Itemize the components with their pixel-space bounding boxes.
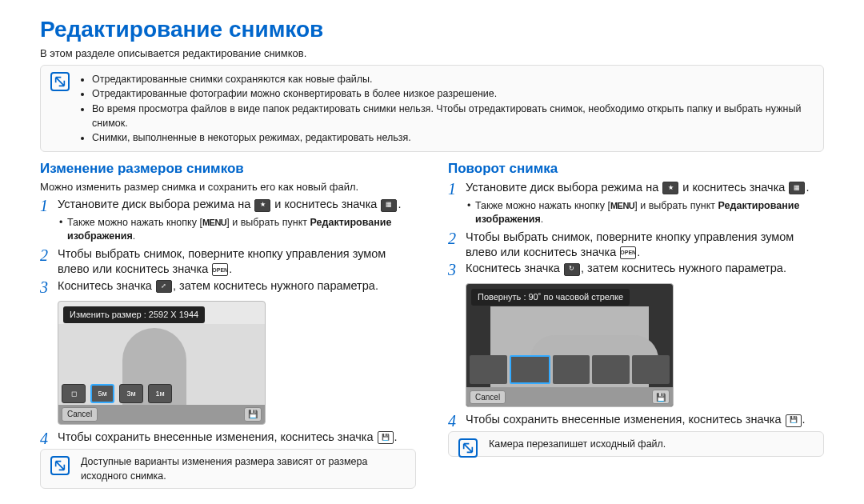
step-1: 1 Установите диск выбора режима на ★ и к… (40, 197, 416, 214)
step-3: 3 Коснитесь значка ⤢, затем коснитесь ну… (40, 278, 416, 296)
rotate-screenshot: Повернуть : 90˚ по часовой стрелке Cance… (466, 283, 674, 407)
mode-star-icon: ★ (254, 199, 270, 212)
left-column: Изменение размеров снимков Можно изменит… (40, 160, 416, 497)
thumb[interactable] (553, 355, 590, 384)
note-icon (50, 72, 70, 91)
rotate-icon: ↻ (564, 263, 580, 276)
step1-bullet: Также можно нажать кнопку [MENU] и выбра… (448, 199, 824, 226)
note-item: Отредактированные снимки сохраняются как… (92, 72, 814, 86)
right-column: Поворот снимка 1 Установите диск выбора … (448, 160, 824, 497)
note-item: Во время просмотра файлов в виде папок р… (92, 102, 814, 130)
step1-text-c: . (398, 198, 401, 210)
resize-heading: Изменение размеров снимков (40, 160, 416, 178)
thumb[interactable] (632, 355, 670, 384)
resize-icon: ⤢ (156, 280, 172, 293)
picture-icon: ▦ (789, 182, 805, 194)
step-1: 1 Установите диск выбора режима на ★ и к… (448, 180, 824, 198)
right-bottom-note: Камера перезапишет исходный файл. (448, 431, 824, 457)
note-item: Отредактированные фотографии можно сконв… (92, 86, 814, 101)
step-3: 3 Коснитесь значка ↻, затем коснитесь ну… (448, 261, 824, 278)
intro-text: В этом разделе описывается редактировани… (40, 46, 824, 61)
menu-label: MENU (202, 218, 226, 227)
page-title: Редактирование снимков (40, 14, 824, 45)
step-4: 4 Чтобы сохранить внесенные изменения, к… (448, 412, 824, 430)
menu-label: MENU (610, 201, 634, 210)
mode-star-icon: ★ (662, 182, 678, 194)
open-icon: OPEN (212, 263, 228, 276)
save-button[interactable]: 💾 (652, 390, 670, 404)
sc-header: Изменить размер : 2592 X 1944 (63, 306, 205, 323)
sc-header: Повернуть : 90˚ по часовой стрелке (471, 289, 630, 306)
size-opt-5m[interactable]: 5м (90, 384, 114, 403)
note-item: Снимки, выполненные в некоторых режимах,… (92, 130, 814, 145)
size-opt-blank[interactable]: ◻ (62, 384, 86, 403)
note-icon (458, 438, 478, 458)
resize-screenshot: Изменить размер : 2592 X 1944 ◻ 5м 3м 1м… (58, 301, 266, 425)
thumb-selected[interactable] (510, 355, 550, 384)
cancel-button[interactable]: Cancel (62, 407, 98, 422)
cancel-button[interactable]: Cancel (470, 390, 506, 405)
save-button[interactable]: 💾 (244, 407, 262, 422)
rotate-heading: Поворот снимка (448, 160, 824, 178)
step1-text-b: и коснитесь значка (274, 198, 380, 210)
thumb[interactable] (592, 355, 630, 384)
save-icon: 💾 (786, 414, 802, 427)
save-icon: 💾 (378, 431, 394, 444)
top-note-box: Отредактированные снимки сохраняются как… (40, 65, 824, 152)
left-bottom-note: Доступные варианты изменения размера зав… (40, 449, 416, 489)
size-opt-1m[interactable]: 1м (148, 384, 172, 403)
picture-icon: ▦ (381, 199, 397, 212)
step1-text-a: Установите диск выбора режима на (58, 198, 254, 210)
step-2: 2 Чтобы выбрать снимок, поверните кнопку… (448, 230, 824, 260)
step1-bullet: Также можно нажать кнопку [MENU] и выбра… (40, 216, 416, 243)
thumb[interactable] (470, 355, 507, 384)
step-2: 2 Чтобы выбрать снимок, поверните кнопку… (40, 246, 416, 277)
size-opt-3m[interactable]: 3м (119, 384, 143, 403)
open-icon: OPEN (620, 246, 636, 259)
resize-sub: Можно изменить размер снимка и сохранить… (40, 180, 416, 194)
step-4: 4 Чтобы сохранить внесенные изменения, к… (40, 430, 416, 447)
note-icon (50, 456, 70, 475)
